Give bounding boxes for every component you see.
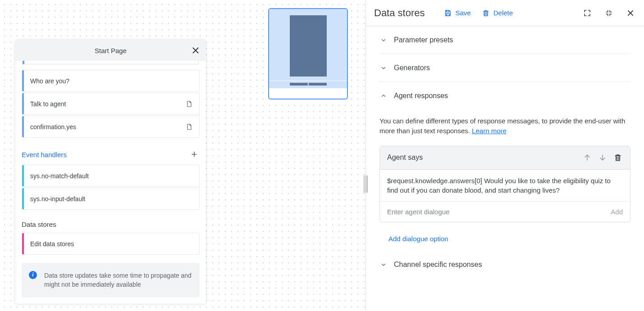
data-store-item[interactable]: Edit data stores — [22, 233, 200, 255]
event-handler-item[interactable]: sys.no-input-default — [22, 188, 200, 210]
event-handler-label: sys.no-match-default — [24, 172, 199, 180]
add-event-handler-button[interactable]: + — [189, 149, 200, 160]
intent-route-list: Who are you? Talk to agent confirmation.… — [22, 70, 200, 138]
event-handler-label: sys.no-input-default — [24, 195, 199, 203]
section-generators[interactable]: Generators — [379, 54, 630, 82]
minimap-viewport — [269, 9, 347, 81]
section-channel-specific[interactable]: Channel specific responses — [379, 261, 630, 269]
move-up-icon[interactable] — [582, 153, 592, 162]
agent-says-header: Agent says — [380, 146, 630, 170]
save-label: Save — [456, 9, 471, 17]
minimap-node — [290, 15, 327, 77]
flow-canvas[interactable]: Start Page Who are you? Talk to agent — [0, 0, 365, 311]
move-down-icon[interactable] — [598, 153, 607, 162]
page-icon — [186, 122, 193, 131]
agent-says-text[interactable]: $request.knowledge.answers[0] Would you … — [380, 170, 630, 202]
intent-label: confirmation.yes — [24, 123, 186, 131]
intent-label: Who are you? — [24, 77, 199, 85]
agent-dialogue-input[interactable] — [387, 208, 605, 216]
agent-responses-description: You can define different types of respon… — [379, 116, 630, 136]
right-panel-header: Data stores Save Delete — [366, 0, 644, 26]
section-label: Agent responses — [394, 92, 448, 100]
event-handlers-head: Event handlers + — [22, 149, 200, 160]
section-label: Channel specific responses — [394, 261, 482, 269]
learn-more-link[interactable]: Learn more — [472, 127, 507, 135]
delete-label: Delete — [493, 9, 513, 17]
section-label: Parameter presets — [394, 36, 453, 44]
section-agent-responses[interactable]: Agent responses — [379, 82, 630, 110]
data-stores-head: Data stores — [22, 221, 200, 228]
save-button[interactable]: Save — [444, 9, 471, 17]
start-page-title: Start Page — [95, 47, 127, 54]
minimap-nodes-row — [269, 81, 347, 88]
intent-label: Talk to agent — [24, 100, 186, 108]
chevron-up-icon — [379, 92, 388, 99]
right-panel-body: Parameter presets Generators Agent respo… — [366, 26, 644, 311]
delete-response-icon[interactable] — [613, 153, 623, 162]
info-icon: i — [29, 271, 37, 279]
panel-title: Data stores — [374, 7, 425, 19]
delete-button[interactable]: Delete — [482, 9, 513, 17]
drag-handle-icon[interactable] — [364, 176, 368, 193]
event-handler-item[interactable]: sys.no-match-default — [22, 165, 200, 187]
collapse-icon[interactable] — [603, 8, 614, 18]
chevron-down-icon — [379, 64, 388, 72]
close-panel-icon[interactable] — [625, 8, 636, 18]
data-store-info-box: i Data store updates take some time to p… — [22, 263, 200, 297]
panel-resize-divider[interactable] — [365, 0, 366, 311]
page-icon — [186, 99, 193, 108]
chevron-down-icon — [379, 36, 388, 44]
agent-says-card: Agent says $request.knowledge.answers[0]… — [379, 146, 630, 222]
data-stores-title: Data stores — [22, 221, 56, 228]
section-parameter-presets[interactable]: Parameter presets — [379, 26, 630, 54]
section-label: Generators — [394, 64, 430, 72]
event-handlers-title: Event handlers — [22, 151, 67, 158]
expand-icon[interactable] — [582, 8, 593, 18]
add-dialogue-button[interactable]: Add — [605, 208, 623, 216]
intent-route-item[interactable]: confirmation.yes — [22, 116, 200, 138]
start-page-header: Start Page — [15, 40, 206, 61]
start-page-card: Start Page Who are you? Talk to agent — [15, 40, 206, 304]
truncated-item-indicator — [23, 61, 199, 64]
start-page-body: Who are you? Talk to agent confirmation.… — [15, 61, 206, 304]
chevron-down-icon — [379, 261, 388, 268]
right-panel: Data stores Save Delete Parameter preset… — [366, 0, 644, 311]
agent-dialogue-input-row: Add — [380, 202, 630, 222]
agent-says-title: Agent says — [387, 153, 577, 162]
intent-route-item[interactable]: Talk to agent — [22, 93, 200, 115]
intent-route-item[interactable]: Who are you? — [22, 70, 200, 92]
flow-minimap[interactable] — [268, 8, 348, 99]
data-store-label: Edit data stores — [24, 240, 199, 248]
info-text: Data store updates take some time to pro… — [44, 272, 192, 288]
close-icon[interactable] — [191, 45, 201, 55]
add-dialogue-option-button[interactable]: Add dialogue option — [388, 235, 630, 243]
